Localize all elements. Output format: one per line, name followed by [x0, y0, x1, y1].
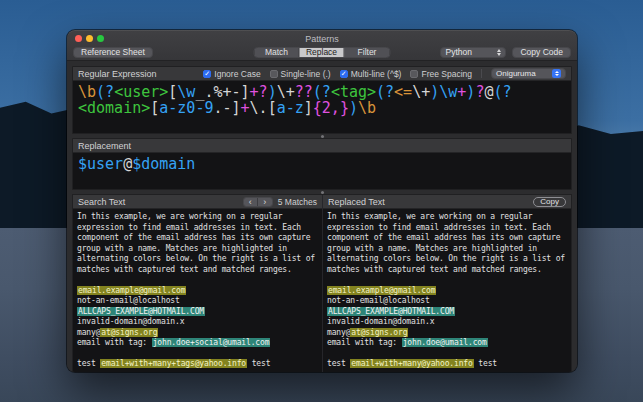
checkbox-label: Multi-line (^$): [351, 69, 402, 79]
mode-segmented-control: MatchReplaceFilter: [254, 47, 391, 58]
search-pane: Search Text ‹ › 5 Matches In this exampl…: [73, 195, 323, 372]
options-divider: [481, 69, 482, 78]
replacement-editor[interactable]: $user@$domain: [73, 153, 571, 189]
match-highlight: email+with+many@yahoo.info: [350, 359, 473, 368]
paragraph-line: group with a name. Matches are highlight…: [327, 244, 567, 255]
checkbox-multi-line[interactable]: ✓Multi-line (^$): [340, 69, 402, 79]
paragraph-line: In this example, we are working on a reg…: [327, 212, 567, 223]
paragraph-line: matches with captured text and matched r…: [327, 265, 567, 276]
prev-match-button[interactable]: ‹: [244, 198, 258, 206]
plain-text: test: [77, 359, 100, 368]
copy-code-button[interactable]: Copy Code: [512, 47, 571, 58]
paragraph-line: In this example, we are working on a reg…: [77, 212, 318, 223]
regex-token: $domain: [132, 155, 195, 173]
regex-token: +: [241, 99, 250, 117]
text-line: not-an-email@localhost: [77, 296, 318, 307]
regex-editor[interactable]: \b(?<user>[\w_.%+-]+?)\+??(?<tag>(?<=\+)…: [73, 81, 571, 133]
splitter-handle[interactable]: [72, 134, 572, 138]
match-highlight: at@signs.org: [100, 328, 158, 337]
checkbox-single-line[interactable]: Single-line (.): [270, 69, 331, 79]
search-pane-header: Search Text ‹ › 5 Matches: [73, 195, 322, 209]
checkbox-label: Ignore Case: [214, 69, 260, 79]
language-select[interactable]: Python: [440, 47, 506, 58]
match-highlight: email.example@gmail.com: [77, 286, 186, 295]
checked-checkbox-icon[interactable]: ✓: [340, 70, 348, 78]
unchecked-checkbox-icon[interactable]: [410, 70, 418, 78]
plain-text: many@: [77, 328, 100, 337]
copy-button[interactable]: Copy: [533, 197, 566, 207]
match-highlight: john.doe@umail.com: [402, 338, 488, 347]
checkbox-free-spacing[interactable]: Free Spacing: [410, 69, 472, 79]
reference-sheet-button[interactable]: Reference Sheet: [73, 47, 153, 58]
window-title: Patterns: [67, 34, 577, 44]
regex-options: ✓Ignore CaseSingle-line (.)✓Multi-line (…: [203, 69, 472, 79]
match-highlight: john.doe+social@umail.com: [152, 338, 271, 347]
match-highlight: email+with+many+tags@yahoo.info: [100, 359, 247, 368]
replaced-pane-header: Replaced Text Copy: [323, 195, 571, 209]
next-match-button[interactable]: ›: [258, 198, 272, 206]
regex-line: <domain>[a-z0-9.-]+\.[a-z]{2,})\b: [78, 100, 566, 116]
regex-section-title: Regular Expression: [78, 69, 157, 79]
replacement-section: Replacement $user@$domain: [72, 138, 572, 190]
checkbox-ignore-case[interactable]: ✓Ignore Case: [203, 69, 260, 79]
text-line: ALLCAPS_EXAMPLE@HOTMAIL.COM: [327, 307, 567, 318]
description-paragraph: In this example, we are working on a reg…: [77, 212, 318, 275]
match-count: 5 Matches: [278, 197, 317, 207]
plain-text: not-an-email@localhost: [77, 296, 180, 305]
unchecked-checkbox-icon[interactable]: [270, 70, 278, 78]
regex-token: a-z0-9: [159, 99, 213, 117]
search-pane-title: Search Text: [78, 197, 125, 207]
paragraph-line: expression to find email addresses in te…: [77, 223, 318, 234]
regex-token: {2,}: [313, 99, 349, 117]
regex-token: (?: [376, 83, 394, 101]
flavor-select[interactable]: Oniguruma: [491, 68, 566, 79]
regex-line: \b(?<user>[\w_.%+-]+?)\+??(?<tag>(?<=\+)…: [78, 84, 566, 100]
replaced-pane: Replaced Text Copy In this example, we a…: [323, 195, 571, 372]
match-highlight: ALLCAPS_EXAMPLE@HOTMAIL.COM: [77, 307, 205, 316]
regex-section-header: Regular Expression ✓Ignore CaseSingle-li…: [73, 67, 571, 81]
checked-checkbox-icon[interactable]: ✓: [203, 70, 211, 78]
regex-token: ]: [232, 99, 241, 117]
titlebar[interactable]: Patterns: [67, 30, 577, 44]
replaced-text-body[interactable]: In this example, we are working on a reg…: [323, 209, 571, 372]
tab-replace[interactable]: Replace: [300, 48, 345, 57]
text-line: [77, 349, 318, 360]
regex-section: Regular Expression ✓Ignore CaseSingle-li…: [72, 66, 572, 134]
paragraph-line: alternating colors below. On the right i…: [77, 254, 318, 265]
checkbox-label: Single-line (.): [281, 69, 331, 79]
regex-token: .-: [213, 99, 231, 117]
language-select-value: Python: [445, 47, 493, 57]
regex-token: \+: [412, 83, 430, 101]
regex-token: (?: [493, 83, 511, 101]
regex-token: \.: [250, 99, 268, 117]
replacement-section-title: Replacement: [78, 141, 131, 151]
paragraph-line: alternating colors below. On the right i…: [327, 254, 567, 265]
window-chrome: Patterns Reference Sheet MatchReplaceFil…: [67, 30, 577, 61]
stepper-icon: [552, 69, 561, 78]
paragraph-line: matches with captured text and matched r…: [77, 265, 318, 276]
text-line: test email+with+many@yahoo.info test: [327, 359, 567, 370]
regex-token: +: [457, 83, 466, 101]
text-line: email with tag: john.doe+social@umail.co…: [77, 338, 318, 349]
toolbar-right-group: Python Copy Code: [440, 47, 571, 58]
replacement-section-header: Replacement: [73, 139, 571, 153]
text-line: invalid-domain@domain.x: [77, 317, 318, 328]
regex-token: ): [430, 83, 439, 101]
description-paragraph: In this example, we are working on a reg…: [327, 212, 567, 275]
plain-text: invalid-domain@domain.x: [327, 317, 434, 326]
regex-token: @: [123, 155, 132, 173]
search-text-body[interactable]: In this example, we are working on a reg…: [73, 209, 322, 372]
paragraph-line: expression to find email addresses in te…: [327, 223, 567, 234]
plain-text: many@: [327, 328, 350, 337]
text-line: email with tag: john.doe@umail.com: [327, 338, 567, 349]
splitter-handle[interactable]: [72, 190, 572, 194]
plain-text: test: [247, 359, 270, 368]
regex-token: $user: [78, 155, 123, 173]
tab-match[interactable]: Match: [255, 48, 300, 57]
text-line: [327, 349, 567, 360]
text-line: invalid-domain@domain.x: [327, 317, 567, 328]
text-panes: Search Text ‹ › 5 Matches In this exampl…: [72, 194, 572, 372]
tab-filter[interactable]: Filter: [345, 48, 390, 57]
regex-token: ]: [304, 99, 313, 117]
paragraph-line: group with a name. Matches are highlight…: [77, 244, 318, 255]
